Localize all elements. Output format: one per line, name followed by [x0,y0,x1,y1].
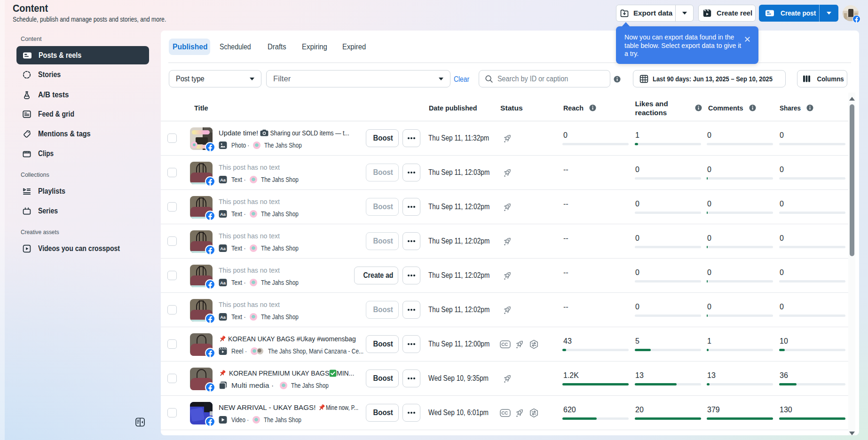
svg-text:Aa: Aa [220,315,226,320]
svg-text:Aa: Aa [220,212,226,217]
svg-text:Aa: Aa [220,281,226,285]
svg-text:Aa: Aa [220,178,226,182]
svg-text:Aa: Aa [220,246,226,251]
